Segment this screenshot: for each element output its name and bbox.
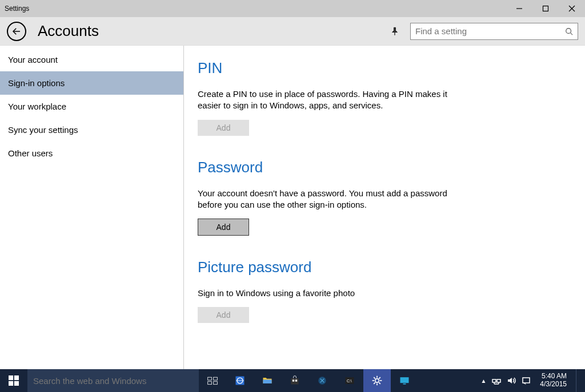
sidebar-item-other-users[interactable]: Other users xyxy=(0,142,183,165)
svg-point-26 xyxy=(375,379,379,383)
svg-rect-8 xyxy=(9,375,13,380)
sidebar-item-sign-in-options[interactable]: Sign-in options xyxy=(0,71,183,95)
store-icon xyxy=(289,375,300,386)
svg-rect-10 xyxy=(9,381,13,386)
taskbar-clock[interactable]: 5:40 AM 4/3/2015 xyxy=(536,373,570,389)
back-button[interactable] xyxy=(7,22,26,41)
svg-rect-9 xyxy=(14,375,19,380)
close-button[interactable] xyxy=(559,0,585,17)
pin-section: PIN Create a PIN to use in place of pass… xyxy=(198,59,574,136)
svg-rect-19 xyxy=(263,379,272,383)
notifications-icon[interactable] xyxy=(522,376,531,385)
taskbar-search-input[interactable] xyxy=(33,376,193,386)
svg-rect-12 xyxy=(208,377,212,380)
svg-rect-20 xyxy=(291,378,298,385)
gear-icon xyxy=(371,375,383,386)
pin-icon[interactable] xyxy=(390,26,400,37)
svg-rect-11 xyxy=(14,381,19,386)
svg-rect-37 xyxy=(492,379,496,382)
taskbar-search[interactable] xyxy=(27,369,199,392)
start-button[interactable] xyxy=(0,369,27,392)
system-tray: ▲ 5:40 AM 4/3/2015 xyxy=(476,369,585,392)
monitor-icon xyxy=(399,375,410,386)
task-view-icon xyxy=(207,375,218,386)
svg-text:C:\: C:\ xyxy=(347,379,352,383)
picture-password-add-button: Add xyxy=(198,307,249,323)
folder-icon xyxy=(262,375,273,386)
minimize-button[interactable] xyxy=(506,0,532,17)
network-icon[interactable] xyxy=(492,376,501,385)
svg-marker-42 xyxy=(508,378,512,383)
search-icon xyxy=(565,27,573,35)
taskbar-apps: C:\ xyxy=(199,369,418,392)
sidebar-item-label: Sign-in options xyxy=(8,78,65,88)
password-description: Your account doesn't have a password. Yo… xyxy=(198,188,455,211)
terminal-icon: C:\ xyxy=(344,375,355,386)
svg-rect-22 xyxy=(295,379,297,381)
svg-rect-38 xyxy=(497,379,500,382)
sidebar-item-sync-your-settings[interactable]: Sync your settings xyxy=(0,118,183,142)
settings-header: Accounts xyxy=(0,17,585,46)
sidebar-item-your-account[interactable]: Your account xyxy=(0,48,183,71)
pin-add-button: Add xyxy=(198,120,249,136)
svg-line-7 xyxy=(571,33,573,35)
svg-point-6 xyxy=(566,28,571,33)
picture-password-section: Picture password Sign in to Windows usin… xyxy=(198,258,574,323)
taskbar-app-snip[interactable] xyxy=(308,369,336,392)
sidebar-item-label: Your workplace xyxy=(8,102,66,111)
picture-password-description: Sign in to Windows using a favorite phot… xyxy=(198,288,455,299)
svg-line-34 xyxy=(374,382,375,384)
page-title: Accounts xyxy=(38,22,99,40)
settings-sidebar: Your account Sign-in options Your workpl… xyxy=(0,46,184,369)
search-input[interactable] xyxy=(415,26,565,36)
taskbar-app-settings[interactable] xyxy=(363,369,391,392)
pin-description: Create a PIN to use in place of password… xyxy=(198,88,455,112)
password-heading: Password xyxy=(198,159,574,176)
svg-rect-43 xyxy=(523,378,530,383)
password-add-button[interactable]: Add xyxy=(198,219,249,236)
taskbar-app-file-explorer[interactable] xyxy=(254,369,281,392)
sidebar-item-label: Sync your settings xyxy=(8,125,78,135)
taskbar-app-store[interactable] xyxy=(281,369,308,392)
svg-rect-35 xyxy=(400,377,409,383)
taskbar-app-terminal[interactable]: C:\ xyxy=(336,369,363,392)
show-desktop-button[interactable] xyxy=(576,369,580,392)
snip-icon xyxy=(316,375,328,386)
pin-heading: PIN xyxy=(198,59,574,77)
sidebar-item-label: Your account xyxy=(8,55,58,64)
windows-logo-icon xyxy=(9,375,19,386)
svg-rect-13 xyxy=(214,377,218,380)
taskbar-app-monitor[interactable] xyxy=(391,369,418,392)
svg-rect-15 xyxy=(214,382,218,385)
content-pane: PIN Create a PIN to use in place of pass… xyxy=(184,46,585,369)
picture-password-heading: Picture password xyxy=(198,258,574,276)
password-section: Password Your account doesn't have a pas… xyxy=(198,159,574,236)
task-view-button[interactable] xyxy=(199,369,226,392)
sidebar-item-your-workplace[interactable]: Your workplace xyxy=(0,95,183,118)
svg-rect-36 xyxy=(403,383,406,385)
svg-rect-1 xyxy=(543,6,548,11)
svg-rect-14 xyxy=(208,382,212,385)
tray-chevron-up-icon[interactable]: ▲ xyxy=(480,378,486,384)
edge-icon xyxy=(234,375,246,386)
clock-date: 4/3/2015 xyxy=(540,381,567,389)
volume-icon[interactable] xyxy=(507,376,516,385)
taskbar: C:\ ▲ 5:40 AM 4/3/2015 xyxy=(0,369,585,392)
svg-rect-21 xyxy=(292,379,294,381)
svg-line-31 xyxy=(374,377,375,379)
sidebar-item-label: Other users xyxy=(8,148,53,158)
maximize-button[interactable] xyxy=(532,0,559,17)
window-title: Settings xyxy=(5,5,29,13)
svg-line-32 xyxy=(379,382,380,384)
search-box[interactable] xyxy=(410,23,578,40)
svg-line-33 xyxy=(379,377,380,379)
taskbar-app-edge[interactable] xyxy=(226,369,254,392)
window-titlebar: Settings xyxy=(0,0,585,17)
clock-time: 5:40 AM xyxy=(540,373,567,381)
